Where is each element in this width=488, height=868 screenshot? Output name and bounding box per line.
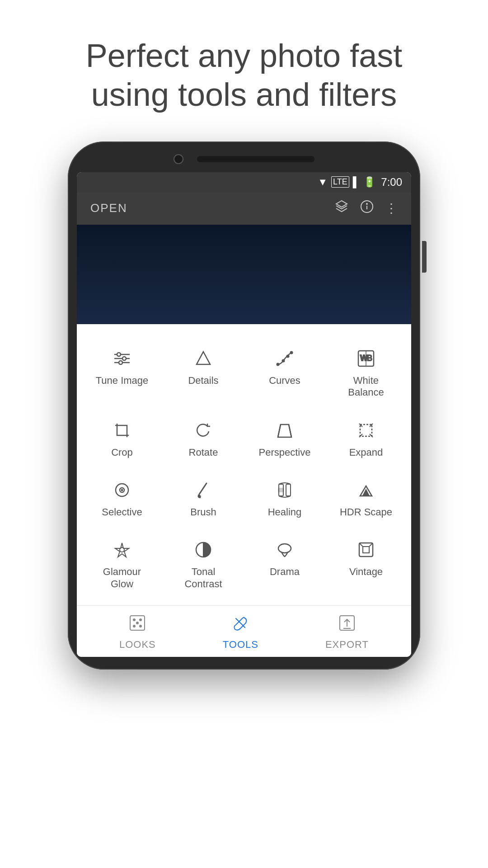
- rotate-label: Rotate: [189, 447, 218, 458]
- status-icons: ▼ LTE ▌ 🔋: [318, 176, 375, 188]
- glamour-glow-label: GlamourGlow: [103, 566, 141, 590]
- looks-icon: [128, 614, 146, 636]
- export-icon: [338, 614, 356, 636]
- svg-point-41: [133, 618, 136, 621]
- curves-label: Curves: [269, 375, 300, 387]
- status-bar: ▼ LTE ▌ 🔋 7:00: [77, 172, 411, 192]
- svg-line-19: [278, 425, 281, 437]
- tool-details[interactable]: Details: [163, 338, 244, 410]
- white-balance-label: WhiteBalance: [348, 375, 384, 399]
- svg-line-20: [289, 425, 291, 437]
- side-button: [422, 241, 427, 273]
- selective-label: Selective: [102, 506, 142, 518]
- more-icon[interactable]: ⋮: [385, 201, 398, 216]
- tonal-contrast-label: TonalContrast: [184, 566, 222, 590]
- crop-label: Crop: [111, 447, 133, 458]
- tool-glamour-glow[interactable]: GlamourGlow: [81, 529, 163, 601]
- svg-point-35: [278, 544, 291, 553]
- svg-point-43: [133, 625, 136, 627]
- tool-selective[interactable]: Selective: [81, 469, 163, 529]
- svg-point-13: [287, 355, 289, 357]
- hdr-scape-icon: [354, 478, 378, 502]
- white-balance-icon: WB: [354, 347, 378, 370]
- vintage-icon: [354, 538, 378, 561]
- expand-icon: [354, 419, 378, 442]
- tools-label: TOOLS: [223, 639, 258, 651]
- phone-device: ▼ LTE ▌ 🔋 7:00 OPEN: [68, 142, 420, 670]
- brush-label: Brush: [190, 506, 216, 518]
- speaker-grille: [197, 156, 314, 162]
- camera-dot: [174, 154, 183, 164]
- tool-healing[interactable]: Healing: [244, 469, 325, 529]
- nav-export[interactable]: EXPORT: [325, 614, 369, 651]
- svg-point-6: [117, 353, 121, 356]
- tool-drama[interactable]: Drama: [244, 529, 325, 601]
- looks-label: LOOKS: [119, 639, 156, 651]
- tune-image-icon: [110, 347, 134, 370]
- layers-icon[interactable]: [334, 199, 349, 217]
- drama-label: Drama: [270, 566, 300, 578]
- tonal-contrast-icon: [192, 538, 215, 561]
- svg-point-24: [122, 489, 123, 491]
- nav-looks[interactable]: LOOKS: [119, 614, 156, 651]
- phone-top-bar: [77, 154, 411, 164]
- svg-marker-31: [115, 543, 129, 557]
- svg-rect-39: [363, 547, 369, 553]
- tool-rotate[interactable]: Rotate: [163, 410, 244, 469]
- tool-white-balance[interactable]: WB WhiteBalance: [325, 338, 407, 410]
- lte-icon: LTE: [331, 176, 349, 188]
- svg-point-8: [119, 361, 122, 364]
- rotate-icon: [192, 419, 215, 442]
- healing-icon: [273, 478, 296, 502]
- hdr-scape-label: HDR Scape: [340, 506, 392, 518]
- tool-hdr-scape[interactable]: HDR Scape: [325, 469, 407, 529]
- svg-point-2: [366, 203, 367, 204]
- tool-perspective[interactable]: Perspective: [244, 410, 325, 469]
- selective-icon: [110, 478, 134, 502]
- crop-icon: [110, 419, 134, 442]
- battery-icon: 🔋: [363, 176, 375, 188]
- brush-icon: [192, 478, 215, 502]
- svg-rect-28: [286, 484, 291, 496]
- tool-tune-image[interactable]: Tune Image: [81, 338, 163, 410]
- vintage-label: Vintage: [349, 566, 383, 578]
- perspective-label: Perspective: [259, 447, 311, 458]
- wifi-icon: ▼: [318, 176, 328, 188]
- app-toolbar: OPEN: [77, 192, 411, 225]
- svg-point-11: [291, 351, 293, 354]
- info-icon[interactable]: [360, 199, 374, 217]
- phone-wrapper: ▼ LTE ▌ 🔋 7:00 OPEN: [59, 142, 429, 670]
- expand-label: Expand: [349, 447, 383, 458]
- phone-screen: ▼ LTE ▌ 🔋 7:00 OPEN: [77, 172, 411, 657]
- glamour-glow-icon: [110, 538, 134, 561]
- details-icon: [192, 347, 215, 370]
- nav-tools[interactable]: TOOLS: [223, 614, 258, 651]
- signal-icon: ▌: [353, 176, 360, 188]
- photo-area: [77, 225, 411, 324]
- svg-point-32: [120, 547, 124, 552]
- hero-title: Perfect any photo fast using tools and f…: [86, 36, 402, 114]
- tools-icon: [231, 614, 249, 636]
- tool-brush[interactable]: Brush: [163, 469, 244, 529]
- details-label: Details: [188, 375, 218, 387]
- tool-curves[interactable]: Curves: [244, 338, 325, 410]
- toolbar-icons: ⋮: [334, 199, 398, 217]
- svg-point-45: [136, 622, 139, 624]
- open-button[interactable]: OPEN: [90, 201, 127, 215]
- svg-line-25: [199, 483, 206, 494]
- tool-tonal-contrast[interactable]: TonalContrast: [163, 529, 244, 601]
- svg-point-7: [122, 357, 126, 360]
- tools-grid: Tune Image Details Curves: [81, 338, 407, 601]
- drama-icon: [273, 538, 296, 561]
- svg-point-44: [139, 625, 142, 627]
- tool-crop[interactable]: Crop: [81, 410, 163, 469]
- svg-point-10: [277, 363, 279, 365]
- svg-rect-27: [278, 488, 284, 492]
- tools-panel: Tune Image Details Curves: [77, 324, 411, 605]
- svg-point-12: [282, 359, 285, 362]
- healing-label: Healing: [268, 506, 302, 518]
- tune-image-label: Tune Image: [96, 375, 149, 387]
- tool-expand[interactable]: Expand: [325, 410, 407, 469]
- perspective-icon: [273, 419, 296, 442]
- tool-vintage[interactable]: Vintage: [325, 529, 407, 601]
